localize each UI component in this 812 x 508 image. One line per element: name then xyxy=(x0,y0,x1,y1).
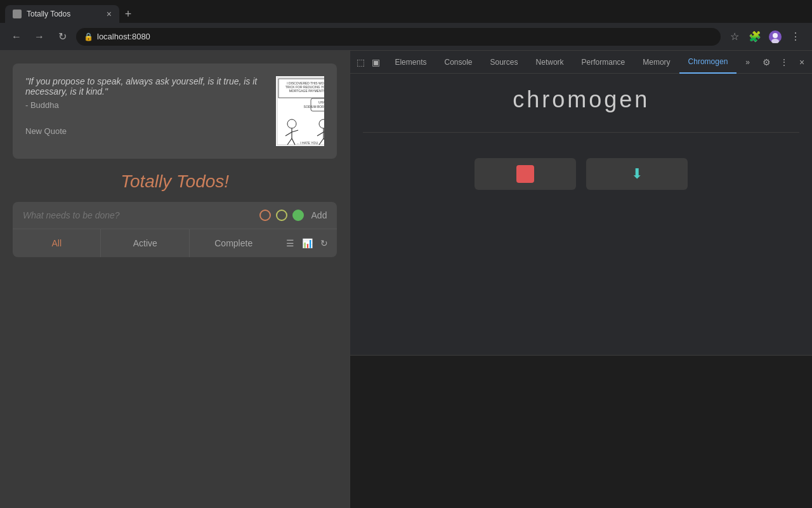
address-actions: ☆ 🧩 ⋮ xyxy=(726,28,804,46)
filter-row: All Active Complete ☰ 📊 ↻ xyxy=(13,229,337,257)
svg-text:... I HATE YOU.: ... I HATE YOU. xyxy=(296,141,318,145)
forward-button[interactable]: → xyxy=(30,28,48,46)
svg-text:MORTGAGE PAYMENTS!: MORTGAGE PAYMENTS! xyxy=(289,89,325,93)
chromogen-panel: chromogen ⬇ xyxy=(350,74,812,355)
add-todo-button[interactable]: Add xyxy=(311,210,327,220)
filter-all-tab[interactable]: All xyxy=(13,229,101,257)
content-area: "If you propose to speak, always ask you… xyxy=(0,51,812,508)
svg-point-12 xyxy=(287,119,296,128)
tab-bar: Totally Todos × + xyxy=(0,0,812,23)
priority-med-circle[interactable] xyxy=(276,210,287,221)
tab-more[interactable]: » xyxy=(737,51,759,74)
quote-author: - Buddha xyxy=(25,100,276,110)
devtools-device-icon[interactable]: ▣ xyxy=(368,55,383,70)
url-bar[interactable]: 🔒 localhost:8080 xyxy=(76,28,721,46)
priority-selector xyxy=(259,210,304,221)
filter-active-tab[interactable]: Active xyxy=(101,229,189,257)
download-icon: ⬇ xyxy=(631,166,643,182)
new-quote-button[interactable]: New Quote xyxy=(25,126,67,136)
record-button[interactable] xyxy=(475,158,576,190)
chromogen-title: chromogen xyxy=(513,86,650,113)
devtools-body: chromogen ⬇ xyxy=(350,74,812,508)
back-button[interactable]: ← xyxy=(8,28,25,46)
quote-content: "If you propose to speak, always ask you… xyxy=(25,76,276,137)
devtools-close-button[interactable]: × xyxy=(794,55,809,70)
reload-button[interactable]: ↻ xyxy=(53,28,71,46)
more-button[interactable]: ⋮ xyxy=(787,28,804,46)
tab-console[interactable]: Console xyxy=(435,51,481,74)
download-button[interactable]: ⬇ xyxy=(586,158,688,190)
devtools-panel: ⬚ ▣ Elements Console Sources Network Per… xyxy=(350,51,812,508)
tab-favicon xyxy=(13,10,22,18)
devtools-select-icon[interactable]: ⬚ xyxy=(353,55,368,70)
tab-sources[interactable]: Sources xyxy=(481,51,527,74)
tab-close-button[interactable]: × xyxy=(107,9,112,19)
todo-input[interactable] xyxy=(23,210,252,220)
todos-section: Totally Todos! Add xyxy=(13,171,337,257)
chromogen-controls: ⬇ xyxy=(475,158,688,190)
chart-icon[interactable]: 📊 xyxy=(302,238,313,248)
profile-icon xyxy=(769,30,782,43)
svg-text:UHAT?: UHAT? xyxy=(318,100,325,104)
tab-performance[interactable]: Performance xyxy=(573,51,634,74)
devtools-more-button[interactable]: ⋮ xyxy=(776,55,792,70)
lock-icon: 🔒 xyxy=(84,32,93,41)
devtools-tab-bar: ⬚ ▣ Elements Console Sources Network Per… xyxy=(350,51,812,74)
webpage: "If you propose to speak, always ask you… xyxy=(0,51,350,508)
filter-complete-tab[interactable]: Complete xyxy=(190,229,277,257)
tab-title: Totally Todos xyxy=(27,10,70,18)
priority-high-circle[interactable] xyxy=(292,210,304,221)
todos-card: Add All Active Complete xyxy=(13,202,337,257)
url-text: localhost:8080 xyxy=(97,32,150,41)
comic-image: I DISCOVERED THIS WORD TRICK FOR REDUCIN… xyxy=(276,76,325,146)
bookmark-button[interactable]: ☆ xyxy=(726,28,743,46)
quote-card: "If you propose to speak, always ask you… xyxy=(13,64,337,159)
refresh-icon[interactable]: ↻ xyxy=(320,238,328,248)
record-icon xyxy=(516,165,534,183)
tab-elements[interactable]: Elements xyxy=(386,51,435,74)
filter-icons: ☰ 📊 ↻ xyxy=(277,238,337,248)
devtools-actions: ⚙ ⋮ × xyxy=(759,55,809,70)
todos-title: Totally Todos! xyxy=(13,171,337,192)
todo-input-row: Add xyxy=(13,202,337,229)
svg-text:SODIUM BOROHYDRIDE...: SODIUM BOROHYDRIDE... xyxy=(303,105,324,109)
priority-low-circle[interactable] xyxy=(259,210,271,221)
sort-icon[interactable]: ☰ xyxy=(286,238,294,248)
new-tab-button[interactable]: + xyxy=(119,5,137,23)
tab-chromogen[interactable]: Chromogen xyxy=(679,51,737,74)
active-tab[interactable]: Totally Todos × xyxy=(5,5,119,23)
devtools-settings-button[interactable]: ⚙ xyxy=(759,55,774,70)
tab-memory[interactable]: Memory xyxy=(634,51,679,74)
devtools-bottom-panel xyxy=(350,356,812,508)
svg-point-1 xyxy=(773,33,778,38)
address-bar: ← → ↻ 🔒 localhost:8080 ☆ 🧩 ⋮ xyxy=(0,23,812,51)
quote-text: "If you propose to speak, always ask you… xyxy=(25,76,266,97)
divider-top xyxy=(363,132,799,133)
profile-button[interactable] xyxy=(766,28,784,46)
tab-network[interactable]: Network xyxy=(527,51,573,74)
extensions-button[interactable]: 🧩 xyxy=(746,28,764,46)
